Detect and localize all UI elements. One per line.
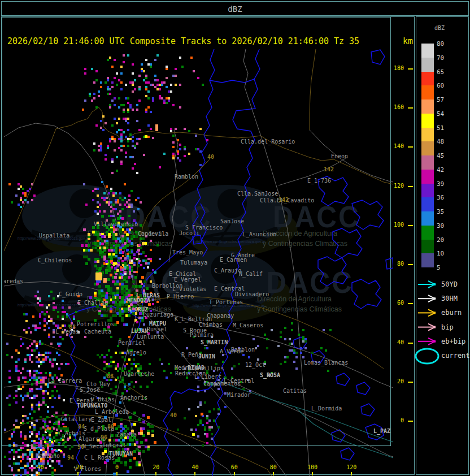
echo-pixel: [98, 90, 100, 93]
echo-pixel: [117, 377, 119, 379]
echo-pixel: [117, 370, 119, 372]
echo-pixel: [120, 133, 123, 136]
echo-pixel: [59, 336, 62, 338]
echo-pixel: [38, 433, 40, 435]
echo-pixel: [92, 190, 94, 192]
echo-pixel: [108, 215, 110, 217]
echo-pixel: [105, 81, 107, 84]
echo-pixel: [18, 426, 20, 429]
page-title: dBZ: [2, 5, 468, 14]
echo-pixel: [208, 419, 211, 422]
echo-pixel: [15, 444, 18, 447]
dbz-scale-band: [421, 114, 434, 128]
echo-pixel: [125, 156, 127, 158]
echo-pixel: [154, 441, 156, 444]
echo-pixel: [114, 59, 116, 61]
echo-pixel: [175, 68, 177, 70]
echo-pixel: [133, 358, 135, 361]
echo-pixel: [125, 120, 127, 122]
echo-pixel: [136, 138, 138, 140]
echo-pixel: [138, 317, 141, 319]
echo-pixel: [13, 456, 15, 458]
echo-pixel: [253, 338, 255, 340]
echo-pixel: [49, 465, 51, 467]
map-area[interactable]: DACCDirección de Agricultura y Contingen…: [4, 49, 393, 476]
echo-pixel: [40, 427, 42, 430]
echo-pixel: [50, 291, 53, 293]
echo-pixel: [166, 68, 168, 70]
echo-pixel: [41, 304, 43, 306]
echo-pixel: [44, 445, 46, 448]
echo-pixel: [147, 106, 150, 109]
echo-pixel: [98, 292, 101, 295]
echo-pixel: [43, 313, 46, 315]
echo-pixel: [68, 306, 71, 309]
echo-pixel: [142, 242, 145, 245]
right-axis-tick-label: 40: [389, 339, 404, 345]
bottom-axis-tick-label: -40: [34, 464, 44, 470]
echo-pixel: [97, 370, 99, 372]
echo-pixel: [111, 434, 114, 437]
echo-pixel: [47, 449, 49, 451]
echo-pixel: [150, 111, 152, 113]
bottom-axis-tick-label: 80: [270, 464, 277, 470]
echo-pixel: [115, 367, 117, 370]
echo-pixel: [108, 249, 111, 252]
echo-pixel: [18, 456, 20, 458]
echo-pixel: [31, 408, 33, 410]
echo-pixel: [18, 352, 20, 354]
echo-pixel: [33, 429, 36, 431]
echo-pixel: [145, 259, 147, 262]
echo-pixel: [138, 244, 141, 246]
echo-pixel: [108, 256, 111, 258]
echo-pixel: [131, 275, 133, 278]
echo-pixel: [139, 285, 142, 288]
echo-pixel: [150, 128, 152, 130]
echo-pixel: [163, 370, 166, 372]
echo-pixel: [177, 153, 179, 155]
echo-pixel: [92, 231, 95, 233]
echo-pixel: [31, 433, 33, 435]
echo-pixel: [199, 150, 202, 153]
echo-pixel: [99, 204, 101, 206]
echo-pixel: [107, 88, 109, 90]
echo-pixel: [112, 246, 115, 249]
echo-pixel: [48, 304, 50, 306]
echo-pixel: [136, 441, 138, 444]
echo-pixel: [100, 86, 102, 88]
echo-pixel: [125, 285, 128, 288]
echo-pixel: [106, 197, 108, 199]
echo-pixel: [39, 322, 41, 324]
echo-pixel: [13, 397, 15, 399]
echo-pixel: [154, 271, 156, 274]
bottom-axis-tick-label: 40: [192, 464, 198, 470]
dbz-scale-band: [421, 141, 434, 155]
echo-pixel: [51, 448, 53, 450]
echo-pixel: [31, 417, 33, 419]
echo-pixel: [141, 276, 144, 279]
echo-pixel: [136, 289, 138, 292]
echo-pixel: [280, 331, 282, 334]
echo-pixel: [48, 295, 50, 297]
echo-pixel: [128, 215, 130, 217]
echo-pixel: [39, 343, 41, 345]
echo-pixel: [142, 427, 145, 430]
bottom-axis-tick-label: 100: [307, 464, 317, 470]
right-axis-tick: [408, 382, 413, 383]
right-axis-tick: [408, 225, 413, 226]
echo-pixel: [31, 354, 33, 356]
echo-pixel: [33, 397, 36, 399]
echo-pixel: [107, 278, 110, 281]
echo-pixel: [213, 419, 215, 422]
echo-pixel: [143, 285, 145, 287]
echo-pixel: [159, 88, 161, 90]
echo-pixel: [111, 266, 113, 269]
echo-pixel: [27, 422, 29, 424]
echo-pixel: [179, 148, 181, 150]
echo-pixel: [106, 365, 108, 367]
echo-pixel: [24, 194, 27, 197]
echo-pixel: [36, 379, 38, 381]
echo-pixel: [49, 358, 51, 361]
echo-pixel: [125, 136, 127, 138]
echo-pixel: [22, 343, 24, 345]
